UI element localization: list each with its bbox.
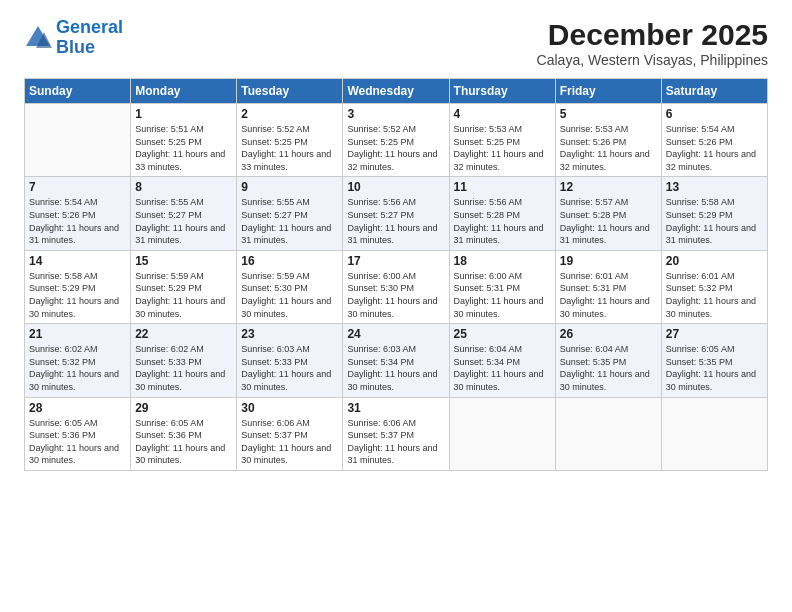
day-info: Sunrise: 6:01 AMSunset: 5:32 PMDaylight:…	[666, 270, 763, 320]
day-info: Sunrise: 5:52 AMSunset: 5:25 PMDaylight:…	[241, 123, 338, 173]
header: General Blue December 2025 Calaya, Weste…	[24, 18, 768, 68]
table-row: 16 Sunrise: 5:59 AMSunset: 5:30 PMDaylig…	[237, 250, 343, 323]
day-number: 5	[560, 107, 657, 121]
day-number: 10	[347, 180, 444, 194]
day-info: Sunrise: 5:55 AMSunset: 5:27 PMDaylight:…	[241, 196, 338, 246]
logo-icon	[24, 24, 52, 52]
day-info: Sunrise: 6:03 AMSunset: 5:33 PMDaylight:…	[241, 343, 338, 393]
day-number: 19	[560, 254, 657, 268]
table-row: 1 Sunrise: 5:51 AMSunset: 5:25 PMDayligh…	[131, 104, 237, 177]
table-row: 15 Sunrise: 5:59 AMSunset: 5:29 PMDaylig…	[131, 250, 237, 323]
day-number: 17	[347, 254, 444, 268]
table-row: 20 Sunrise: 6:01 AMSunset: 5:32 PMDaylig…	[661, 250, 767, 323]
calendar-week-row: 7 Sunrise: 5:54 AMSunset: 5:26 PMDayligh…	[25, 177, 768, 250]
table-row	[449, 397, 555, 470]
calendar-header-row: Sunday Monday Tuesday Wednesday Thursday…	[25, 79, 768, 104]
day-number: 24	[347, 327, 444, 341]
page: General Blue December 2025 Calaya, Weste…	[0, 0, 792, 612]
day-info: Sunrise: 5:53 AMSunset: 5:25 PMDaylight:…	[454, 123, 551, 173]
table-row: 12 Sunrise: 5:57 AMSunset: 5:28 PMDaylig…	[555, 177, 661, 250]
table-row: 5 Sunrise: 5:53 AMSunset: 5:26 PMDayligh…	[555, 104, 661, 177]
day-number: 11	[454, 180, 551, 194]
table-row: 30 Sunrise: 6:06 AMSunset: 5:37 PMDaylig…	[237, 397, 343, 470]
day-info: Sunrise: 6:00 AMSunset: 5:30 PMDaylight:…	[347, 270, 444, 320]
table-row: 6 Sunrise: 5:54 AMSunset: 5:26 PMDayligh…	[661, 104, 767, 177]
day-info: Sunrise: 6:05 AMSunset: 5:35 PMDaylight:…	[666, 343, 763, 393]
day-info: Sunrise: 5:52 AMSunset: 5:25 PMDaylight:…	[347, 123, 444, 173]
col-wednesday: Wednesday	[343, 79, 449, 104]
table-row: 25 Sunrise: 6:04 AMSunset: 5:34 PMDaylig…	[449, 324, 555, 397]
day-info: Sunrise: 5:59 AMSunset: 5:29 PMDaylight:…	[135, 270, 232, 320]
calendar-week-row: 21 Sunrise: 6:02 AMSunset: 5:32 PMDaylig…	[25, 324, 768, 397]
day-info: Sunrise: 5:54 AMSunset: 5:26 PMDaylight:…	[29, 196, 126, 246]
table-row: 18 Sunrise: 6:00 AMSunset: 5:31 PMDaylig…	[449, 250, 555, 323]
day-info: Sunrise: 6:00 AMSunset: 5:31 PMDaylight:…	[454, 270, 551, 320]
calendar-week-row: 14 Sunrise: 5:58 AMSunset: 5:29 PMDaylig…	[25, 250, 768, 323]
table-row: 17 Sunrise: 6:00 AMSunset: 5:30 PMDaylig…	[343, 250, 449, 323]
main-title: December 2025	[537, 18, 768, 52]
title-block: December 2025 Calaya, Western Visayas, P…	[537, 18, 768, 68]
day-info: Sunrise: 6:04 AMSunset: 5:34 PMDaylight:…	[454, 343, 551, 393]
day-number: 6	[666, 107, 763, 121]
table-row	[25, 104, 131, 177]
col-tuesday: Tuesday	[237, 79, 343, 104]
table-row: 10 Sunrise: 5:56 AMSunset: 5:27 PMDaylig…	[343, 177, 449, 250]
table-row: 26 Sunrise: 6:04 AMSunset: 5:35 PMDaylig…	[555, 324, 661, 397]
table-row: 21 Sunrise: 6:02 AMSunset: 5:32 PMDaylig…	[25, 324, 131, 397]
day-info: Sunrise: 5:54 AMSunset: 5:26 PMDaylight:…	[666, 123, 763, 173]
day-info: Sunrise: 5:56 AMSunset: 5:28 PMDaylight:…	[454, 196, 551, 246]
day-info: Sunrise: 6:02 AMSunset: 5:32 PMDaylight:…	[29, 343, 126, 393]
day-number: 23	[241, 327, 338, 341]
subtitle: Calaya, Western Visayas, Philippines	[537, 52, 768, 68]
calendar-week-row: 28 Sunrise: 6:05 AMSunset: 5:36 PMDaylig…	[25, 397, 768, 470]
table-row: 2 Sunrise: 5:52 AMSunset: 5:25 PMDayligh…	[237, 104, 343, 177]
day-number: 15	[135, 254, 232, 268]
logo-text: General Blue	[56, 18, 123, 58]
table-row: 31 Sunrise: 6:06 AMSunset: 5:37 PMDaylig…	[343, 397, 449, 470]
day-number: 22	[135, 327, 232, 341]
day-number: 12	[560, 180, 657, 194]
day-number: 31	[347, 401, 444, 415]
table-row: 7 Sunrise: 5:54 AMSunset: 5:26 PMDayligh…	[25, 177, 131, 250]
day-info: Sunrise: 5:55 AMSunset: 5:27 PMDaylight:…	[135, 196, 232, 246]
day-number: 14	[29, 254, 126, 268]
day-info: Sunrise: 6:06 AMSunset: 5:37 PMDaylight:…	[347, 417, 444, 467]
day-number: 27	[666, 327, 763, 341]
day-number: 28	[29, 401, 126, 415]
day-info: Sunrise: 5:59 AMSunset: 5:30 PMDaylight:…	[241, 270, 338, 320]
day-number: 25	[454, 327, 551, 341]
day-number: 29	[135, 401, 232, 415]
table-row: 4 Sunrise: 5:53 AMSunset: 5:25 PMDayligh…	[449, 104, 555, 177]
table-row: 23 Sunrise: 6:03 AMSunset: 5:33 PMDaylig…	[237, 324, 343, 397]
day-number: 26	[560, 327, 657, 341]
logo-blue: Blue	[56, 37, 95, 57]
col-monday: Monday	[131, 79, 237, 104]
table-row: 8 Sunrise: 5:55 AMSunset: 5:27 PMDayligh…	[131, 177, 237, 250]
table-row: 22 Sunrise: 6:02 AMSunset: 5:33 PMDaylig…	[131, 324, 237, 397]
day-info: Sunrise: 5:58 AMSunset: 5:29 PMDaylight:…	[29, 270, 126, 320]
col-saturday: Saturday	[661, 79, 767, 104]
day-info: Sunrise: 5:53 AMSunset: 5:26 PMDaylight:…	[560, 123, 657, 173]
day-number: 3	[347, 107, 444, 121]
day-info: Sunrise: 6:06 AMSunset: 5:37 PMDaylight:…	[241, 417, 338, 467]
calendar-week-row: 1 Sunrise: 5:51 AMSunset: 5:25 PMDayligh…	[25, 104, 768, 177]
day-number: 1	[135, 107, 232, 121]
table-row	[555, 397, 661, 470]
table-row: 27 Sunrise: 6:05 AMSunset: 5:35 PMDaylig…	[661, 324, 767, 397]
day-number: 21	[29, 327, 126, 341]
logo-general: General	[56, 17, 123, 37]
table-row: 13 Sunrise: 5:58 AMSunset: 5:29 PMDaylig…	[661, 177, 767, 250]
day-number: 2	[241, 107, 338, 121]
table-row: 24 Sunrise: 6:03 AMSunset: 5:34 PMDaylig…	[343, 324, 449, 397]
day-number: 7	[29, 180, 126, 194]
day-number: 18	[454, 254, 551, 268]
logo: General Blue	[24, 18, 123, 58]
col-sunday: Sunday	[25, 79, 131, 104]
table-row: 28 Sunrise: 6:05 AMSunset: 5:36 PMDaylig…	[25, 397, 131, 470]
day-number: 30	[241, 401, 338, 415]
day-info: Sunrise: 6:05 AMSunset: 5:36 PMDaylight:…	[29, 417, 126, 467]
table-row	[661, 397, 767, 470]
day-info: Sunrise: 6:03 AMSunset: 5:34 PMDaylight:…	[347, 343, 444, 393]
table-row: 19 Sunrise: 6:01 AMSunset: 5:31 PMDaylig…	[555, 250, 661, 323]
day-info: Sunrise: 6:05 AMSunset: 5:36 PMDaylight:…	[135, 417, 232, 467]
